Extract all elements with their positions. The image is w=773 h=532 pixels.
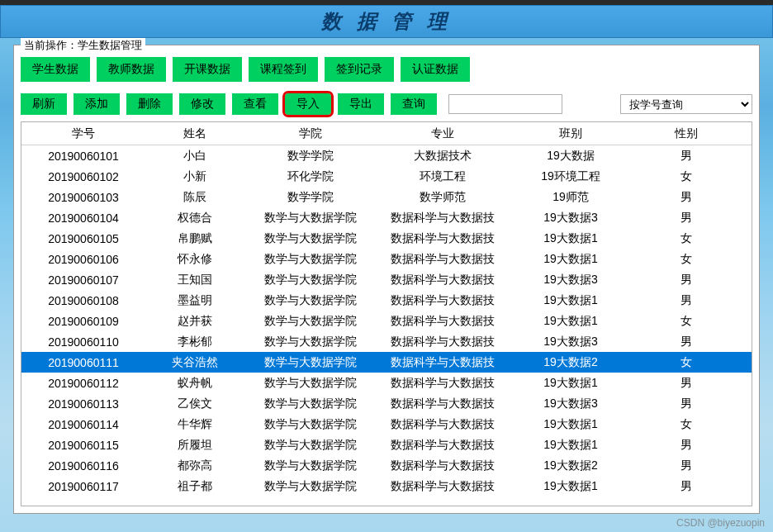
table-cell: 女 xyxy=(633,355,740,370)
table-cell: 女 xyxy=(633,169,740,184)
action-button-导出[interactable]: 导出 xyxy=(338,93,384,115)
data-table[interactable]: 学号姓名学院专业班别性别 20190060101小白数学学院大数据技术19大数据… xyxy=(21,121,752,506)
table-cell: 数学与大数据学院 xyxy=(244,376,377,391)
table-cell: 数据科学与大数据技 xyxy=(377,355,509,370)
table-cell: 20190060105 xyxy=(21,232,145,245)
table-cell: 19大数据1 xyxy=(509,417,633,432)
table-cell: 男 xyxy=(633,397,740,411)
table-cell: 20190060101 xyxy=(21,150,145,163)
table-cell: 20190060106 xyxy=(21,253,145,266)
table-cell: 19大数据1 xyxy=(509,438,633,453)
table-cell: 19环境工程 xyxy=(509,169,633,184)
action-button-刷新[interactable]: 刷新 xyxy=(21,93,67,115)
table-row[interactable]: 20190060112蚁舟帆数学与大数据学院数据科学与大数据技19大数据1男 xyxy=(21,373,752,393)
table-cell: 数学学院 xyxy=(244,149,377,164)
table-cell: 墨益明 xyxy=(145,293,244,308)
category-button-3[interactable]: 课程签到 xyxy=(249,57,318,82)
column-header-2[interactable]: 学院 xyxy=(244,126,377,141)
table-cell: 男 xyxy=(633,190,740,205)
column-header-4[interactable]: 班别 xyxy=(509,126,633,141)
action-button-导入[interactable]: 导入 xyxy=(285,93,331,115)
table-cell: 19大数据1 xyxy=(509,252,633,267)
action-button-修改[interactable]: 修改 xyxy=(179,93,225,115)
table-cell: 19大数据3 xyxy=(509,397,633,411)
table-row[interactable]: 20190060117祖子都数学与大数据学院数据科学与大数据技19大数据1男 xyxy=(21,476,752,496)
column-header-3[interactable]: 专业 xyxy=(377,126,509,141)
table-cell: 男 xyxy=(633,479,740,494)
action-button-row: 刷新添加删除修改查看导入导出查询按学号查询 xyxy=(21,93,752,115)
table-cell: 19师范 xyxy=(509,190,633,205)
table-cell: 20190060109 xyxy=(21,315,145,328)
table-cell: 19大数据1 xyxy=(509,376,633,391)
table-row[interactable]: 20190060116都弥高数学与大数据学院数据科学与大数据技19大数据2男 xyxy=(21,455,752,476)
table-row[interactable]: 20190060114牛华辉数学与大数据学院数据科学与大数据技19大数据1女 xyxy=(21,414,752,435)
table-cell: 女 xyxy=(633,231,740,246)
action-button-查看[interactable]: 查看 xyxy=(232,93,278,115)
column-header-1[interactable]: 姓名 xyxy=(145,126,244,141)
table-cell: 男 xyxy=(633,273,740,287)
table-cell: 数学学院 xyxy=(244,190,377,205)
table-cell: 19大数据1 xyxy=(509,479,633,494)
table-row[interactable]: 20190060105帛鹏赋数学与大数据学院数据科学与大数据技19大数据1女 xyxy=(21,228,752,249)
table-cell: 数据科学与大数据技 xyxy=(377,252,509,267)
table-cell: 数据科学与大数据技 xyxy=(377,231,509,246)
column-header-5[interactable]: 性别 xyxy=(633,126,740,141)
category-button-0[interactable]: 学生数据 xyxy=(21,57,90,82)
table-cell: 李彬郁 xyxy=(145,335,244,349)
table-cell: 环境工程 xyxy=(377,169,509,184)
search-mode-select[interactable]: 按学号查询 xyxy=(620,94,752,114)
table-row[interactable]: 20190060101小白数学学院大数据技术19大数据男 xyxy=(21,145,752,166)
table-row[interactable]: 20190060109赵并获数学与大数据学院数据科学与大数据技19大数据1女 xyxy=(21,311,752,331)
category-button-1[interactable]: 教师数据 xyxy=(97,57,166,82)
table-body: 20190060101小白数学学院大数据技术19大数据男20190060102小… xyxy=(21,145,752,496)
table-cell: 王知国 xyxy=(145,273,244,287)
table-cell: 夹谷浩然 xyxy=(145,355,244,370)
action-button-查询[interactable]: 查询 xyxy=(391,93,437,115)
table-cell: 数据科学与大数据技 xyxy=(377,376,509,391)
table-row[interactable]: 20190060115所履坦数学与大数据学院数据科学与大数据技19大数据1男 xyxy=(21,435,752,455)
table-cell: 19大数据1 xyxy=(509,314,633,329)
table-cell: 陈辰 xyxy=(145,190,244,205)
table-row[interactable]: 20190060106怀永修数学与大数据学院数据科学与大数据技19大数据1女 xyxy=(21,249,752,269)
table-cell: 19大数据3 xyxy=(509,273,633,287)
table-cell: 赵并获 xyxy=(145,314,244,329)
table-header: 学号姓名学院专业班别性别 xyxy=(21,122,752,145)
table-cell: 数据科学与大数据技 xyxy=(377,417,509,432)
table-row[interactable]: 20190060111夹谷浩然数学与大数据学院数据科学与大数据技19大数据2女 xyxy=(21,352,752,373)
column-header-0[interactable]: 学号 xyxy=(21,126,145,141)
table-cell: 数学与大数据学院 xyxy=(244,355,377,370)
table-cell: 牛华辉 xyxy=(145,417,244,432)
category-button-4[interactable]: 签到记录 xyxy=(325,57,394,82)
action-button-添加[interactable]: 添加 xyxy=(74,93,120,115)
title-bar: 数 据 管 理 xyxy=(0,5,773,38)
action-button-删除[interactable]: 删除 xyxy=(126,93,173,115)
table-row[interactable]: 20190060107王知国数学与大数据学院数据科学与大数据技19大数据3男 xyxy=(21,269,752,290)
table-cell: 19大数据1 xyxy=(509,293,633,308)
table-row[interactable]: 20190060110李彬郁数学与大数据学院数据科学与大数据技19大数据3男 xyxy=(21,331,752,352)
table-cell: 男 xyxy=(633,335,740,349)
category-button-5[interactable]: 认证数据 xyxy=(401,57,470,82)
table-cell: 19大数据3 xyxy=(509,335,633,349)
table-cell: 数学师范 xyxy=(377,190,509,205)
table-row[interactable]: 20190060113乙俟文数学与大数据学院数据科学与大数据技19大数据3男 xyxy=(21,393,752,414)
table-cell: 数据科学与大数据技 xyxy=(377,314,509,329)
table-row[interactable]: 20190060103陈辰数学学院数学师范19师范男 xyxy=(21,187,752,207)
table-cell: 女 xyxy=(633,252,740,267)
table-cell: 环化学院 xyxy=(244,169,377,184)
table-cell: 都弥高 xyxy=(145,458,244,473)
search-input[interactable] xyxy=(448,94,562,114)
table-cell: 20190060102 xyxy=(21,170,145,183)
table-cell: 20190060117 xyxy=(21,480,145,493)
table-cell: 女 xyxy=(633,314,740,329)
table-row[interactable]: 20190060108墨益明数学与大数据学院数据科学与大数据技19大数据1男 xyxy=(21,290,752,311)
table-cell: 数学与大数据学院 xyxy=(244,252,377,267)
table-cell: 20190060103 xyxy=(21,191,145,204)
table-cell: 20190060110 xyxy=(21,335,145,349)
table-cell: 大数据技术 xyxy=(377,149,509,164)
table-row[interactable]: 20190060102小新环化学院环境工程19环境工程女 xyxy=(21,166,752,187)
table-cell: 数据科学与大数据技 xyxy=(377,458,509,473)
category-button-2[interactable]: 开课数据 xyxy=(173,57,242,82)
table-cell: 帛鹏赋 xyxy=(145,231,244,246)
table-cell: 男 xyxy=(633,149,740,164)
table-row[interactable]: 20190060104权德合数学与大数据学院数据科学与大数据技19大数据3男 xyxy=(21,207,752,228)
